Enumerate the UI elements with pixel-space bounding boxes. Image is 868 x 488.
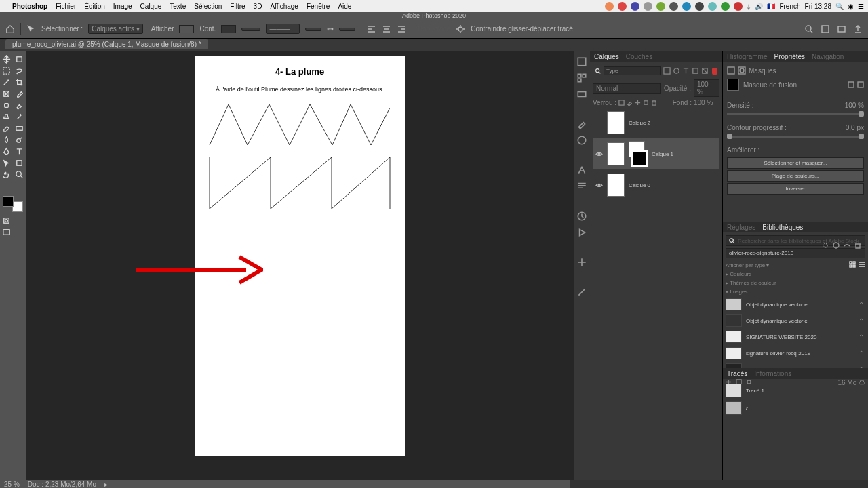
spotlight-icon[interactable]: 🔍 — [835, 3, 844, 10]
status-icon[interactable] — [721, 2, 730, 11]
menu-view[interactable]: Affichage — [270, 3, 298, 10]
path-item[interactable]: r — [726, 399, 865, 417]
clock[interactable]: Fri 13:28 — [805, 3, 831, 10]
menu-filter[interactable]: Filtre — [230, 3, 245, 10]
stamp-tool[interactable] — [0, 111, 13, 123]
frame-tool[interactable] — [0, 88, 13, 100]
gear-icon[interactable] — [456, 24, 465, 34]
brush-tool[interactable] — [13, 100, 26, 111]
color-panel-icon[interactable] — [576, 56, 587, 67]
feather-value[interactable]: 0,0 px — [846, 124, 864, 131]
lock-paint-icon[interactable] — [627, 100, 633, 106]
history-panel-icon[interactable] — [576, 211, 587, 222]
layer-mask[interactable] — [631, 150, 648, 167]
history-brush-tool[interactable] — [13, 111, 26, 123]
eraser-tool[interactable] — [0, 123, 13, 134]
quick-mask[interactable] — [0, 215, 13, 226]
filter-toggle[interactable] — [712, 68, 717, 75]
gradient-tool[interactable] — [13, 123, 26, 134]
opacity-field[interactable]: 100 % — [694, 79, 719, 97]
mask-thumb[interactable] — [727, 79, 739, 91]
tab-properties[interactable]: Propriétés — [774, 53, 805, 60]
hand-tool[interactable] — [0, 169, 13, 180]
tab-paths[interactable]: Tracés — [727, 370, 747, 378]
screen-mode[interactable] — [0, 226, 13, 238]
menu-layer[interactable]: Calque — [140, 3, 162, 10]
share-icon[interactable] — [853, 24, 863, 34]
info-panel-icon[interactable] — [576, 257, 587, 268]
wifi-icon[interactable]: ⏚ — [747, 3, 751, 10]
tab-histogram[interactable]: Histogramme — [727, 53, 767, 60]
tab-layers[interactable]: Calques — [594, 53, 619, 60]
layer-thumbnail[interactable] — [607, 174, 625, 197]
doc-size[interactable]: Doc : 2,23 Mo/2,64 Mo — [28, 481, 96, 488]
notif-icon[interactable]: ☰ — [858, 3, 864, 10]
layer-thumbnail[interactable] — [607, 111, 625, 134]
fill-field[interactable]: 100 % — [694, 99, 719, 106]
eyedrop-tool[interactable] — [13, 88, 26, 100]
lock-pos-icon[interactable] — [635, 100, 641, 106]
filter-type-icon[interactable] — [682, 67, 690, 75]
shape-tool[interactable] — [13, 157, 26, 169]
document-tab[interactable]: plume_rocq_olivier.ai @ 25% (Calque 1, M… — [5, 39, 208, 49]
color-range-button[interactable]: Plage de couleurs... — [727, 170, 864, 182]
apply-mask-icon[interactable] — [833, 242, 840, 249]
tab-bibliotheques[interactable]: Bibliothèques — [762, 224, 803, 231]
status-icon[interactable] — [708, 2, 717, 11]
path-item[interactable]: Tracé 1 — [726, 382, 865, 399]
lib-item[interactable]: signature-olivier-rocq-2019⌃ — [726, 345, 865, 361]
lock-nest-icon[interactable] — [643, 100, 649, 106]
status-icon[interactable] — [618, 2, 627, 11]
blur-tool[interactable] — [0, 134, 13, 146]
filter-smart-icon[interactable] — [701, 67, 709, 75]
layer-name[interactable]: Calque 1 — [652, 151, 673, 157]
status-icon[interactable] — [734, 2, 743, 11]
chevron-up-icon[interactable]: ⌃ — [859, 301, 865, 308]
vector-mask-icon[interactable] — [738, 66, 746, 75]
density-slider[interactable] — [727, 113, 864, 115]
menu-3d[interactable]: 3D — [254, 3, 262, 10]
blend-mode[interactable]: Normal — [593, 83, 661, 94]
menu-file[interactable]: Fichier — [56, 3, 76, 10]
frame-icon[interactable] — [837, 24, 846, 34]
workspace-icon[interactable] — [821, 24, 830, 34]
search-icon[interactable] — [804, 24, 814, 34]
search-icon[interactable] — [595, 68, 601, 75]
lang-label[interactable]: French — [779, 3, 800, 10]
volume-icon[interactable]: 🔊 — [755, 3, 763, 10]
menu-text[interactable]: Texte — [170, 3, 186, 10]
lock-trans-icon[interactable] — [618, 100, 625, 106]
path-name[interactable]: Tracé 1 — [746, 388, 764, 394]
stroke-swatch[interactable] — [221, 25, 236, 33]
add-pixel-mask-icon[interactable] — [848, 81, 854, 88]
app-name[interactable]: Photoshop — [12, 3, 47, 10]
pixel-mask-icon[interactable] — [727, 66, 735, 75]
path-select-tool[interactable] — [0, 157, 13, 169]
lib-item[interactable]: Objet dynamique vectoriel⌃ — [726, 312, 865, 329]
w-field[interactable] — [305, 28, 321, 30]
kind-dropdown[interactable]: Type — [604, 66, 661, 75]
stroke-w[interactable] — [241, 28, 260, 30]
lib-group-themes[interactable]: ▸ Thèmes de couleur — [726, 279, 865, 287]
zoom-value[interactable]: 25 % — [4, 481, 20, 488]
disable-mask-icon[interactable] — [844, 242, 850, 249]
path-name[interactable]: r — [746, 405, 748, 411]
feather-slider[interactable] — [727, 136, 864, 138]
chevron-up-icon[interactable]: ⌃ — [859, 333, 865, 340]
marquee-tool[interactable] — [0, 65, 13, 77]
menu-image[interactable]: Image — [113, 3, 132, 10]
lang-flag[interactable]: 🇫🇷 — [767, 3, 775, 10]
layer-item-selected[interactable]: Calque 1 — [593, 138, 719, 169]
chevron-up-icon[interactable]: ⌃ — [859, 317, 865, 324]
zoom-tool[interactable] — [13, 169, 26, 180]
load-sel-icon[interactable] — [822, 242, 829, 249]
link-icon[interactable]: ⊶ — [327, 25, 334, 33]
align-center-icon[interactable] — [382, 24, 391, 34]
layer-item[interactable]: Calque 0 — [593, 171, 719, 199]
layer-item[interactable]: Calque 2 — [593, 108, 719, 137]
clone-panel-icon[interactable] — [576, 287, 587, 298]
brushes-panel-icon[interactable] — [576, 119, 587, 129]
gradients-panel-icon[interactable] — [576, 89, 587, 100]
char-panel-icon[interactable] — [576, 165, 587, 176]
move-tool[interactable] — [0, 54, 13, 65]
